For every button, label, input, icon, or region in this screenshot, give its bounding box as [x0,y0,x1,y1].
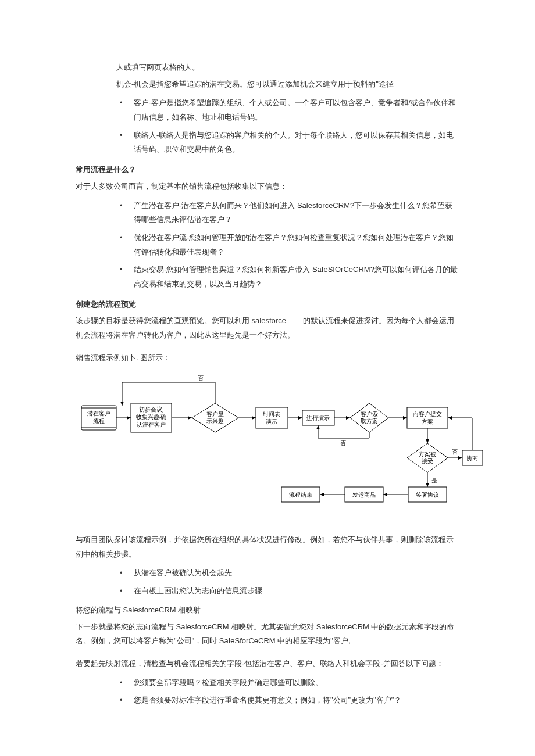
svg-text:方案: 方案 [422,418,433,425]
intro-line-1: 人或填写网页表格的人。 [116,60,459,75]
paragraph: 该步骤的目标是获得您流程的直观预览。您可以利用 salesforce 的默认流程… [76,314,459,342]
svg-text:客户索: 客户索 [361,411,378,417]
list-item: 联络人-联络人是指与您追踪的客户相关的个人。对于每个联络人，您可以保存其相关信息… [116,128,459,157]
section-heading: 常用流程是什么？ [76,163,459,177]
svg-text:方案被: 方案被 [419,451,436,457]
sales-process-flowchart: 否 潜在客户 流程 初步会议, 收集兴趣/确 认潜在客户 客户显 示兴趣 时间表… [76,371,459,527]
list-item: 您须要全部字段吗？检查相关字段并确定哪些可以删除。 [116,676,459,690]
list-item: 产生潜在客户-潜在客户从何而来？他们如何进入 SalesforceCRM?下一步… [116,199,459,227]
document-page: 人或填写网页表格的人。 机会-机会是指您希望追踪的潜在交易。您可以通过添加机会来… [0,0,535,747]
svg-text:流程: 流程 [93,418,105,424]
svg-text:初步会议,: 初步会议, [139,406,164,413]
section-heading: 创建您的流程预览 [76,298,459,312]
svg-text:流程结束: 流程结束 [289,492,312,498]
text-part: 该步骤的目标是获得您流程的直观预览。您可以利用 salesforce [76,316,286,325]
paragraph: 若要起先映射流程，清检查与机会流程相关的字段-包括潜在客户、客户、联络人和机会字… [76,657,459,671]
list-item: 结束交易-您如何管理销售渠道？您如何将新客户带入 SaIeSfOrCeCRM?您… [116,263,459,291]
paragraph: 销售流程示例如卜. 图所示： [76,351,459,366]
list-item: 在白板上画出您认为志向的信息流步骤 [116,584,459,599]
svg-text:认潜在客户: 认潜在客户 [137,421,166,428]
list-item: 您是否须要对标准字段进行重命名使其更有意义；例如，将"公司"更改为"客户"？ [116,693,459,708]
intro-block: 人或填写网页表格的人。 机会-机会是指您希望追踪的潜在交易。您可以通过添加机会来… [116,60,459,91]
svg-text:取方案: 取方案 [361,418,378,424]
svg-text:发运商品: 发运商品 [352,492,376,498]
svg-text:收集兴趣/确: 收集兴趣/确 [136,414,167,420]
svg-text:否: 否 [340,440,346,446]
list-item: 客户-客户是指您希望追踪的组织、个人或公司。一个客户可以包含客户、竞争者和/或合… [116,96,459,124]
svg-text:是: 是 [431,477,437,483]
svg-text:进行演示: 进行演示 [306,415,330,421]
svg-text:时间表: 时间表 [263,411,280,417]
mapping-questions-list: 您须要全部字段吗？检查相关字段并确定哪些可以删除。 您是否须要对标准字段进行重命… [76,676,459,708]
svg-text:客户显: 客户显 [206,411,224,417]
svg-text:签署协议: 签署协议 [416,492,439,498]
definition-list: 客户-客户是指您希望追踪的组织、个人或公司。一个客户可以包含客户、竞争者和/或合… [76,96,459,157]
svg-text:否: 否 [452,449,458,455]
paragraph: 将您的流程与 SalesforceCRM 相映射 [76,603,459,618]
svg-text:协商: 协商 [466,455,478,461]
intro-line-2: 机会-机会是指您希望追踪的潜在交易。您可以通过添加机会来建立用于预料的"途径 [116,77,459,92]
svg-text:示兴趣: 示兴趣 [206,418,224,424]
paragraph: 下一步就是将您的志向流程与 SalesforceCRM 相映射。尤其要留意您对 … [76,620,459,648]
list-item: 优化潜在客户流-您如何管理开放的潜在客户？您如何检查重复状况？您如何处理潜在客户… [116,231,459,259]
svg-text:演示: 演示 [266,418,277,425]
svg-text:潜在客户: 潜在客户 [87,410,110,417]
paragraph: 与项目团队探讨该流程示例，并依据您所在组织的具体状况进行修改。例如，若您不与伙伴… [76,533,459,561]
svg-text:接受: 接受 [422,458,433,464]
label-no: 否 [198,375,204,381]
section-intro: 对于大多数公司而言，制定基本的销售流程包括收集以下信息： [76,180,459,194]
flowchart-svg: 否 潜在客户 流程 初步会议, 收集兴趣/确 认潜在客户 客户显 示兴趣 时间表… [76,371,483,522]
list-item: 从潜在客户被确认为机会起先 [116,566,459,581]
process-questions-list: 产生潜在客户-潜在客户从何而来？他们如何进入 SalesforceCRM?下一步… [76,199,459,292]
review-steps-list: 从潜在客户被确认为机会起先 在白板上画出您认为志向的信息流步骤 [76,566,459,598]
svg-text:向客户提交: 向客户提交 [413,411,442,417]
